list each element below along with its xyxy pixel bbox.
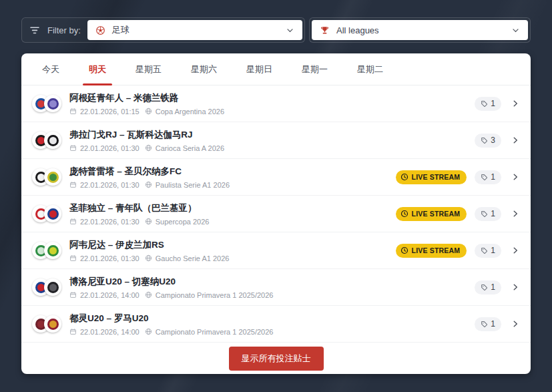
tips-count-value: 3 xyxy=(491,136,495,145)
away-team-crest xyxy=(47,172,59,183)
match-info: 弗拉门戈RJ – 瓦斯科达伽马RJ 22.01.2026, 01:30 Cari… xyxy=(69,129,475,152)
day-tab-4[interactable]: 星期日 xyxy=(240,53,278,85)
tips-count[interactable]: 1 xyxy=(475,280,501,295)
match-meta: 22.01.2026, 01:30 Supercopa 2026 xyxy=(69,218,396,226)
globe-icon xyxy=(145,108,152,115)
day-tab-0[interactable]: 今天 xyxy=(36,53,65,85)
match-meta: 22.01.2026, 01:15 Copa Argentina 2026 xyxy=(69,108,475,116)
team-logos xyxy=(32,205,61,222)
tag-icon xyxy=(481,100,488,108)
match-row[interactable]: 弗拉门戈RJ – 瓦斯科达伽马RJ 22.01.2026, 01:30 Cari… xyxy=(21,122,531,159)
day-tab-5[interactable]: 星期一 xyxy=(296,53,334,85)
day-tab-3[interactable]: 星期六 xyxy=(185,53,223,85)
tips-count[interactable]: 1 xyxy=(475,317,501,331)
match-info: 圣菲独立 – 青年队（巴兰基亚） 22.01.2026, 01:30 Super… xyxy=(69,202,396,226)
match-info: 阿根廷青年人 – 米德兰铁路 22.01.2026, 01:15 Copa Ar… xyxy=(69,92,475,116)
match-league: Supercopa 2026 xyxy=(156,218,210,226)
match-league: Campionato Primavera 1 2025/2026 xyxy=(156,291,274,299)
away-team-logo xyxy=(44,278,61,296)
tips-count-value: 1 xyxy=(491,282,495,292)
sport-filter-group: Filter by: 足球 xyxy=(21,17,305,43)
trophy-icon xyxy=(320,25,330,35)
calendar-icon xyxy=(69,218,77,225)
clock-icon xyxy=(400,210,408,218)
match-row[interactable]: 博洛尼亚U20 – 切塞纳U20 22.01.2026, 14:00 Campi… xyxy=(21,269,531,306)
away-team-crest xyxy=(47,282,59,293)
sport-select[interactable]: 足球 xyxy=(87,20,302,40)
match-datetime: 22.01.2026, 01:15 xyxy=(80,108,140,116)
match-title: 都灵U20 – 罗马U20 xyxy=(69,313,475,325)
team-logos xyxy=(32,132,61,149)
away-team-crest xyxy=(47,208,59,220)
tips-count-value: 1 xyxy=(491,172,495,182)
match-info: 庞特普雷塔 – 圣贝尔纳多FC 22.01.2026, 01:30 Paulis… xyxy=(69,166,396,189)
match-league: Copa Argentina 2026 xyxy=(156,108,224,116)
match-title: 阿韦尼达 – 伊皮兰加RS xyxy=(69,239,396,251)
matches-card: 今天 明天 星期五 星期六 星期日 星期一 星期二 阿根廷青年人 – 米德兰铁路… xyxy=(21,53,531,374)
tips-count[interactable]: 1 xyxy=(475,244,501,258)
match-meta: 22.01.2026, 14:00 Campionato Primavera 1… xyxy=(69,291,475,299)
day-tab-6[interactable]: 星期二 xyxy=(351,53,389,85)
page: { "colors": { "page_bg": "#27303f", "car… xyxy=(0,0,552,392)
chevron-right-icon[interactable] xyxy=(511,246,520,255)
away-team-crest xyxy=(47,319,59,330)
away-team-logo xyxy=(44,205,61,222)
globe-icon xyxy=(145,181,152,188)
globe-icon xyxy=(145,144,152,152)
tips-count[interactable]: 3 xyxy=(475,134,501,148)
team-logos xyxy=(32,168,61,186)
tips-count[interactable]: 1 xyxy=(475,207,501,221)
match-meta: 22.01.2026, 01:30 Gaucho Serie A1 2026 xyxy=(69,254,396,262)
match-datetime: 22.01.2026, 14:00 xyxy=(80,328,140,336)
sport-select-value: 足球 xyxy=(112,24,286,36)
match-row[interactable]: 都灵U20 – 罗马U20 22.01.2026, 14:00 Campiona… xyxy=(21,306,531,343)
clock-icon xyxy=(400,173,408,181)
tips-count[interactable]: 1 xyxy=(475,97,501,111)
live-stream-badge: LIVE STREAM xyxy=(396,207,467,221)
globe-icon xyxy=(145,328,152,335)
match-row[interactable]: 庞特普雷塔 – 圣贝尔纳多FC 22.01.2026, 01:30 Paulis… xyxy=(21,159,531,196)
chevron-down-icon xyxy=(511,26,520,35)
filter-bar: Filter by: 足球 All leagues xyxy=(21,17,531,43)
tag-icon xyxy=(481,284,488,291)
match-row[interactable]: 阿根廷青年人 – 米德兰铁路 22.01.2026, 01:15 Copa Ar… xyxy=(21,85,531,122)
day-tab-1[interactable]: 明天 xyxy=(83,53,112,85)
filter-label: Filter by: xyxy=(47,25,81,35)
day-tabs: 今天 明天 星期五 星期六 星期日 星期一 星期二 xyxy=(21,53,531,85)
chevron-right-icon[interactable] xyxy=(511,209,520,218)
match-title: 阿根廷青年人 – 米德兰铁路 xyxy=(69,92,475,104)
live-stream-label: LIVE STREAM xyxy=(412,246,461,254)
chevron-right-icon[interactable] xyxy=(511,172,520,182)
show-all-tips-button[interactable]: 显示所有投注贴士 xyxy=(229,347,324,371)
away-team-logo xyxy=(44,132,61,149)
live-stream-badge: LIVE STREAM xyxy=(396,244,467,258)
globe-icon xyxy=(145,291,152,299)
match-datetime: 22.01.2026, 01:30 xyxy=(80,181,140,189)
match-league: Gaucho Serie A1 2026 xyxy=(156,254,230,262)
clock-icon xyxy=(400,246,408,254)
day-tab-2[interactable]: 星期五 xyxy=(129,53,168,85)
tips-count-value: 1 xyxy=(491,209,495,218)
chevron-right-icon[interactable] xyxy=(511,282,520,292)
match-row[interactable]: 圣菲独立 – 青年队（巴兰基亚） 22.01.2026, 01:30 Super… xyxy=(21,196,531,232)
globe-icon xyxy=(145,218,152,225)
calendar-icon xyxy=(69,181,77,188)
chevron-right-icon[interactable] xyxy=(511,99,520,108)
team-logos xyxy=(32,315,61,333)
match-datetime: 22.01.2026, 14:00 xyxy=(80,291,140,299)
tag-icon xyxy=(481,321,488,328)
match-row[interactable]: 阿韦尼达 – 伊皮兰加RS 22.01.2026, 01:30 Gaucho S… xyxy=(21,232,531,269)
card-footer: 显示所有投注贴士 xyxy=(21,343,531,374)
live-stream-label: LIVE STREAM xyxy=(412,210,461,218)
league-select-value: All leagues xyxy=(336,25,511,35)
chevron-right-icon[interactable] xyxy=(511,319,520,329)
tips-count[interactable]: 1 xyxy=(475,170,501,184)
chevron-down-icon xyxy=(286,26,294,35)
calendar-icon xyxy=(69,108,77,115)
league-select[interactable]: All leagues xyxy=(312,20,528,40)
calendar-icon xyxy=(69,254,77,262)
match-meta: 22.01.2026, 01:30 Carioca Seria A 2026 xyxy=(69,144,475,152)
chevron-right-icon[interactable] xyxy=(511,136,520,145)
match-list: 阿根廷青年人 – 米德兰铁路 22.01.2026, 01:15 Copa Ar… xyxy=(21,85,531,343)
away-team-logo xyxy=(44,315,61,333)
